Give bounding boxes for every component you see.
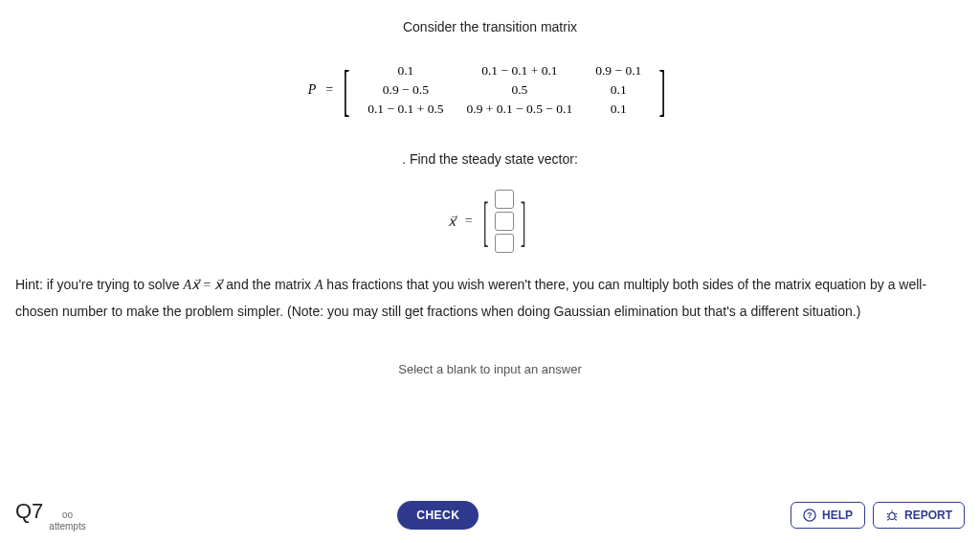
hint-equation: Ax⃗ = x⃗ bbox=[183, 278, 222, 292]
check-button[interactable]: CHECK bbox=[397, 501, 479, 530]
bottom-bar: Q7 oo attempts CHECK ? HELP REPORT bbox=[0, 490, 980, 543]
subprompt-text: . Find the steady state vector: bbox=[11, 151, 969, 167]
equals-sign: = bbox=[325, 82, 333, 98]
svg-point-2 bbox=[889, 512, 895, 519]
answer-blank-3[interactable] bbox=[495, 234, 514, 253]
matrix-cell: 0.1 bbox=[356, 61, 455, 80]
report-button[interactable]: REPORT bbox=[873, 502, 965, 529]
transition-matrix: P = [ 0.1 0.1 − 0.1 + 0.1 0.9 − 0.1 0.9 … bbox=[308, 61, 673, 119]
answer-blank-2[interactable] bbox=[495, 212, 514, 231]
svg-line-9 bbox=[895, 519, 897, 520]
help-button[interactable]: ? HELP bbox=[791, 502, 865, 529]
matrix-cell: 0.9 − 0.1 bbox=[584, 61, 653, 80]
matrix-label: P bbox=[308, 82, 317, 98]
answer-blank-1[interactable] bbox=[495, 190, 514, 209]
matrix-cell: 0.9 + 0.1 − 0.5 − 0.1 bbox=[456, 100, 585, 119]
qnum-text: Q7 bbox=[15, 499, 43, 524]
svg-line-4 bbox=[887, 513, 889, 514]
svg-text:?: ? bbox=[807, 510, 812, 520]
matrix-cells: 0.1 0.1 − 0.1 + 0.1 0.9 − 0.1 0.9 − 0.5 … bbox=[356, 61, 653, 119]
svg-line-8 bbox=[887, 519, 889, 520]
report-label: REPORT bbox=[904, 509, 952, 522]
steady-state-vector: x⃗ = [ ] bbox=[448, 190, 533, 253]
left-bracket-icon: [ bbox=[482, 197, 488, 244]
matrix-cell: 0.1 − 0.1 + 0.1 bbox=[456, 61, 585, 80]
equals-sign: = bbox=[465, 214, 473, 229]
right-bracket-icon: ] bbox=[521, 197, 526, 244]
hint-mid1: and the matrix bbox=[222, 277, 315, 292]
matrix-cell: 0.1 bbox=[584, 80, 653, 100]
left-bracket-icon: [ bbox=[344, 70, 350, 110]
infinity-icon: oo bbox=[62, 510, 73, 520]
select-blank-hint: Select a blank to input an answer bbox=[11, 362, 969, 376]
help-icon: ? bbox=[803, 509, 816, 522]
hint-text: Hint: if you're trying to solve Ax⃗ = x⃗… bbox=[11, 272, 969, 324]
prompt-text: Consider the transition matrix bbox=[11, 19, 969, 34]
bug-icon bbox=[885, 509, 899, 522]
help-label: HELP bbox=[822, 509, 853, 522]
matrix-cell: 0.1 bbox=[584, 100, 653, 119]
hint-prefix: Hint: if you're trying to solve bbox=[15, 277, 183, 292]
svg-line-5 bbox=[895, 513, 897, 514]
right-bracket-icon: ] bbox=[659, 70, 666, 110]
question-number: Q7 oo attempts bbox=[15, 499, 86, 532]
attempts-label: attempts bbox=[49, 522, 85, 532]
matrix-cell: 0.5 bbox=[456, 80, 585, 100]
matrix-cell: 0.1 − 0.1 + 0.5 bbox=[356, 100, 455, 119]
matrix-cell: 0.9 − 0.5 bbox=[356, 80, 455, 100]
attempts-indicator: oo attempts bbox=[49, 510, 85, 532]
vector-label: x⃗ bbox=[448, 214, 456, 230]
